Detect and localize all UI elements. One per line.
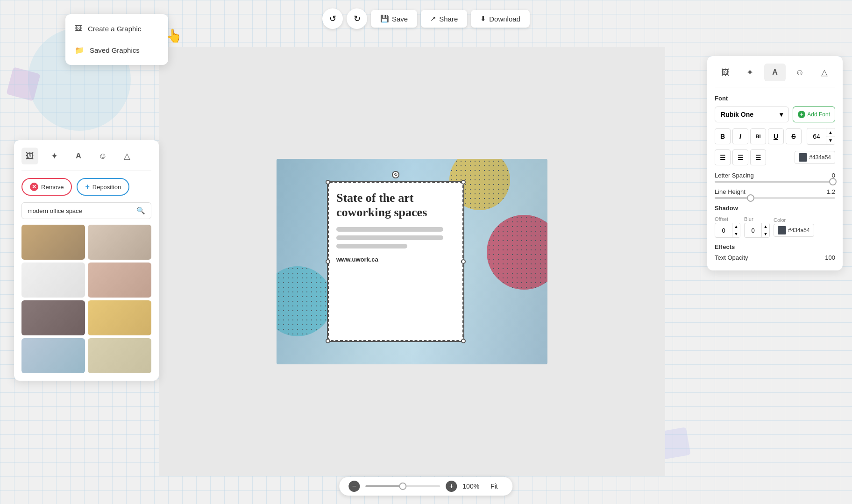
canvas-title-text: State of the art coworking spaces xyxy=(336,191,455,220)
text-content-box[interactable]: State of the art coworking spaces www.uw… xyxy=(328,182,463,341)
zoom-slider-fill xyxy=(365,485,403,487)
shadow-offset-down[interactable]: ▼ xyxy=(732,230,740,237)
canvas-card[interactable]: State of the art coworking spaces www.uw… xyxy=(277,159,547,364)
zoom-slider[interactable] xyxy=(365,485,440,487)
download-button[interactable]: ⬇ Download xyxy=(471,10,530,28)
shadow-inputs-row: Offset ▲ ▼ Blur ▲ ▼ xyxy=(715,216,835,238)
text-color-box xyxy=(799,153,807,162)
remove-button[interactable]: ✕ Remove xyxy=(21,178,72,196)
right-panel-tabs: 🖼 ✦ A ☺ △ xyxy=(715,64,835,87)
left-panel: 🖼 ✦ A ☺ △ ✕ Remove + Reposition 🔍 xyxy=(14,140,159,381)
right-tab-emoji[interactable]: ☺ xyxy=(789,64,810,81)
shadow-blur-input[interactable] xyxy=(745,225,761,236)
image-grid xyxy=(21,225,151,373)
canvas-area[interactable]: State of the art coworking spaces www.uw… xyxy=(159,47,665,476)
top-toolbar: ↺ ↻ 💾 Save ↗ Share ⬇ Download xyxy=(322,8,530,29)
shadow-offset-group: Offset ▲ ▼ xyxy=(715,216,740,238)
shadow-blur-arrows: ▲ ▼ xyxy=(761,223,769,237)
bold-button[interactable]: B xyxy=(715,128,731,144)
font-dropdown[interactable]: Rubik One ▾ xyxy=(715,106,789,122)
underline-button[interactable]: U xyxy=(768,128,784,144)
shadow-offset-input-wrap: ▲ ▼ xyxy=(715,223,740,238)
left-tab-image[interactable]: 🖼 xyxy=(21,148,38,164)
content-line-3 xyxy=(336,244,407,248)
add-font-button[interactable]: + Add Font xyxy=(793,106,835,122)
save-icon: 💾 xyxy=(380,14,389,23)
left-tab-text[interactable]: A xyxy=(70,148,87,164)
right-panel: 🖼 ✦ A ☺ △ Font Rubik One ▾ + Add Font B … xyxy=(707,56,843,270)
shadow-blur-group: Blur ▲ ▼ xyxy=(744,216,770,238)
line-height-fill xyxy=(715,197,751,199)
shadow-blur-up[interactable]: ▲ xyxy=(762,223,769,230)
strikethrough-button[interactable]: S xyxy=(786,128,802,144)
share-button[interactable]: ↗ Share xyxy=(421,10,467,28)
zoom-in-button[interactable]: + xyxy=(446,481,457,492)
font-selector: Rubik One ▾ + Add Font xyxy=(715,106,835,122)
line-height-thumb[interactable] xyxy=(747,194,754,202)
zoom-slider-thumb[interactable] xyxy=(399,483,406,490)
saved-graphics-icon: 📁 xyxy=(75,46,84,55)
image-thumb-5[interactable] xyxy=(21,300,85,335)
letter-spacing-slider[interactable] xyxy=(715,181,835,183)
shadow-blur-down[interactable]: ▼ xyxy=(762,230,769,237)
text-color-swatch[interactable]: #434a54 xyxy=(795,151,835,164)
font-section-label: Font xyxy=(715,95,835,102)
right-tab-shape[interactable]: △ xyxy=(814,64,835,81)
search-button[interactable]: 🔍 xyxy=(136,206,145,215)
right-tab-text[interactable]: A xyxy=(764,64,785,81)
text-color-label: #434a54 xyxy=(809,154,831,161)
shadow-offset-up[interactable]: ▲ xyxy=(732,223,740,230)
shadow-offset-input[interactable] xyxy=(715,225,732,236)
letter-spacing-fill xyxy=(715,181,833,183)
right-tab-magic[interactable]: ✦ xyxy=(739,64,760,81)
line-height-value: 1.2 xyxy=(827,188,835,195)
font-size-down-button[interactable]: ▼ xyxy=(826,136,835,144)
image-thumb-6[interactable] xyxy=(88,300,151,335)
zoom-out-button[interactable]: − xyxy=(348,481,360,492)
font-size-input[interactable] xyxy=(807,131,826,142)
search-input[interactable] xyxy=(28,207,136,214)
content-line-1 xyxy=(336,227,443,232)
shadow-color-label: Color xyxy=(774,217,814,223)
shadow-color-swatch[interactable]: #434a54 xyxy=(774,224,814,237)
reposition-plus-icon: + xyxy=(85,183,89,191)
cursor-hand: 👆 xyxy=(166,28,182,43)
add-font-plus-icon: + xyxy=(798,111,805,118)
shadow-color-hex: #434a54 xyxy=(788,227,810,234)
image-thumb-4[interactable] xyxy=(88,263,151,298)
image-thumb-3[interactable] xyxy=(21,263,85,298)
download-icon: ⬇ xyxy=(480,14,486,23)
redo-button[interactable]: ↻ xyxy=(347,8,367,29)
search-row: 🔍 xyxy=(21,202,151,219)
reposition-button[interactable]: + Reposition xyxy=(77,178,129,196)
font-size-up-button[interactable]: ▲ xyxy=(826,128,835,136)
left-tab-shape[interactable]: △ xyxy=(119,148,135,164)
align-center-button[interactable]: ☰ xyxy=(732,149,748,165)
saved-graphics-item[interactable]: 📁 Saved Graphics 👆 xyxy=(65,39,168,61)
fit-button[interactable]: Fit xyxy=(485,481,504,492)
shadow-blur-input-wrap: ▲ ▼ xyxy=(744,223,770,238)
image-thumb-7[interactable] xyxy=(21,338,85,373)
undo-button[interactable]: ↺ xyxy=(322,8,343,29)
left-panel-tabs: 🖼 ✦ A ☺ △ xyxy=(21,148,151,170)
left-tab-magic[interactable]: ✦ xyxy=(46,148,63,164)
bold-italic-button[interactable]: BI xyxy=(750,128,766,144)
letter-spacing-thumb[interactable] xyxy=(829,178,837,185)
line-height-slider[interactable] xyxy=(715,197,835,199)
shadow-color-group: Color #434a54 xyxy=(774,217,814,237)
create-graphic-item[interactable]: 🖼 Create a Graphic xyxy=(65,18,168,39)
font-chevron-icon: ▾ xyxy=(780,111,783,118)
image-thumb-1[interactable] xyxy=(21,225,85,260)
right-tab-image[interactable]: 🖼 xyxy=(715,64,736,81)
image-thumb-8[interactable] xyxy=(88,338,151,373)
save-button[interactable]: 💾 Save xyxy=(371,10,417,28)
italic-button[interactable]: I xyxy=(732,128,748,144)
shadow-section-label: Shadow xyxy=(715,205,835,212)
content-line-2 xyxy=(336,235,443,240)
align-row: ☰ ☰ ☰ #434a54 xyxy=(715,149,835,165)
align-left-button[interactable]: ☰ xyxy=(715,149,731,165)
align-right-button[interactable]: ☰ xyxy=(750,149,766,165)
canvas-url-text: www.uwork.ca xyxy=(336,256,455,263)
left-tab-emoji[interactable]: ☺ xyxy=(94,148,111,164)
image-thumb-2[interactable] xyxy=(88,225,151,260)
